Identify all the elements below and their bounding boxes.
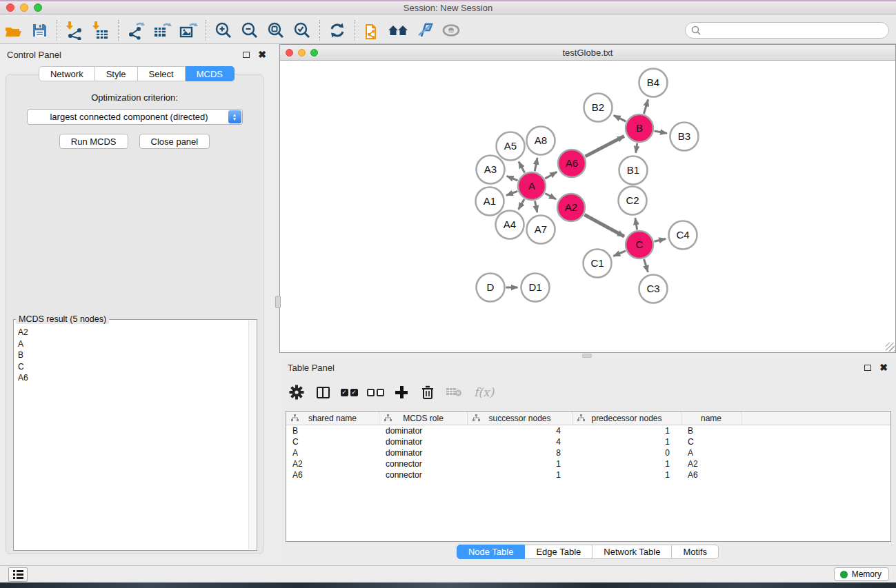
save-session-button[interactable]	[26, 19, 52, 42]
column-header-successor-nodes[interactable]: successor nodes	[468, 412, 573, 425]
table-row[interactable]: Cdominator41C	[286, 436, 890, 447]
graph-edge-A-A3[interactable]	[507, 176, 518, 180]
graph-node-B2[interactable]: B2	[584, 94, 613, 122]
graph-edge-B-B2[interactable]	[614, 115, 626, 121]
run-mcds-button[interactable]: Run MCDS	[59, 134, 128, 149]
table-row[interactable]: Bdominator41B	[286, 425, 890, 436]
search-input[interactable]	[701, 23, 888, 37]
table-row[interactable]: A6connector11A6	[286, 469, 890, 480]
close-table-panel-icon[interactable]: ✖	[879, 363, 888, 372]
add-column-button[interactable]	[388, 381, 415, 404]
table-row[interactable]: Adominator80A	[286, 447, 890, 458]
tab-network[interactable]: Network	[39, 66, 95, 81]
graph-node-A[interactable]: A	[518, 172, 546, 200]
float-table-panel-icon[interactable]	[864, 365, 871, 371]
graph-node-C4[interactable]: C4	[669, 221, 697, 250]
table-row[interactable]: A2connector11A2	[286, 458, 890, 469]
column-header-predecessor-nodes[interactable]: predecessor nodes	[573, 412, 681, 425]
graph-edge-A-A7[interactable]	[535, 201, 537, 212]
zoom-fit-button[interactable]	[263, 19, 289, 42]
open-session-button[interactable]	[0, 19, 26, 42]
tab-edge-table[interactable]: Edge Table	[525, 545, 593, 559]
hide-labels-button[interactable]	[412, 19, 438, 42]
task-history-button[interactable]	[8, 567, 28, 582]
graph-edge-C-C3[interactable]	[644, 259, 648, 272]
graph-node-A7[interactable]: A7	[527, 216, 555, 244]
export-network-button[interactable]	[123, 19, 149, 42]
select-all-button[interactable]: ✓✓	[336, 381, 362, 404]
criterion-dropdown[interactable]: largest connected component (directed) ▲…	[27, 109, 243, 125]
delete-table-button[interactable]	[441, 381, 467, 404]
graph-edge-A-A1[interactable]	[506, 191, 517, 195]
graph-node-A8[interactable]: A8	[527, 127, 555, 155]
mcds-result-item[interactable]: C	[18, 361, 247, 373]
graph-node-A3[interactable]: A3	[477, 156, 505, 184]
mcds-result-item[interactable]: A	[18, 338, 247, 350]
graph-edge-A-A4[interactable]	[519, 199, 524, 210]
graph-node-A4[interactable]: A4	[496, 211, 524, 239]
graph-node-A1[interactable]: A1	[476, 187, 504, 216]
tab-motifs[interactable]: Motifs	[672, 545, 719, 559]
graph-edge-A6-B[interactable]	[586, 136, 624, 156]
graph-edge-A2-C[interactable]	[584, 215, 624, 236]
graph-node-D1[interactable]: D1	[521, 274, 550, 302]
close-panel-button[interactable]: Close panel	[139, 134, 210, 149]
result-list-scrollbar[interactable]	[248, 321, 256, 549]
window-resize-grip[interactable]	[886, 343, 895, 352]
graph-node-C3[interactable]: C3	[639, 275, 668, 303]
mcds-result-item[interactable]: A2	[18, 327, 247, 338]
graph-node-B1[interactable]: B1	[619, 156, 648, 185]
graph-edge-B-B3[interactable]	[655, 131, 667, 133]
graph-edge-C-C1[interactable]	[613, 251, 626, 256]
export-table-button[interactable]	[149, 19, 175, 42]
graph-edge-C-C2[interactable]	[635, 218, 637, 230]
deselect-all-button[interactable]	[362, 381, 388, 404]
split-view-button[interactable]	[310, 381, 336, 404]
tab-mcds[interactable]: MCDS	[186, 66, 235, 81]
graph-node-B3[interactable]: B3	[670, 123, 699, 151]
tab-node-table[interactable]: Node Table	[457, 545, 526, 559]
show-graphics-details-button[interactable]	[438, 19, 464, 42]
import-table-button[interactable]	[88, 19, 114, 42]
function-builder-button[interactable]: f(x)	[474, 385, 494, 399]
zoom-out-button[interactable]	[237, 19, 263, 42]
network-canvas[interactable]: B4B2BB3A5A8A6A3B1AC2A1A2A4A7C4CC1DD1C3	[280, 61, 895, 352]
tab-style[interactable]: Style	[95, 66, 138, 81]
home-button[interactable]	[386, 19, 412, 42]
graph-node-C1[interactable]: C1	[584, 250, 612, 278]
zoom-selected-button[interactable]	[289, 19, 315, 42]
graph-edge-A-A6[interactable]	[545, 172, 557, 179]
graph-edge-A-A8[interactable]	[535, 158, 537, 171]
graph-node-B[interactable]: B	[626, 114, 653, 142]
graph-edge-A-A2[interactable]	[545, 194, 556, 200]
graph-node-C[interactable]: C	[626, 231, 653, 258]
clone-network-button[interactable]	[359, 19, 386, 42]
delete-column-button[interactable]	[415, 381, 441, 404]
memory-button[interactable]: Memory	[834, 567, 889, 581]
column-header-name[interactable]: name	[681, 412, 741, 425]
close-panel-icon[interactable]: ✖	[258, 50, 266, 59]
search-field[interactable]	[685, 22, 889, 39]
vertical-splitter-handle[interactable]	[275, 296, 281, 308]
column-header-mcds-role[interactable]: MCDS role	[379, 412, 468, 425]
export-image-button[interactable]	[175, 19, 201, 42]
float-panel-icon[interactable]	[243, 52, 250, 58]
graph-node-B4[interactable]: B4	[639, 69, 668, 97]
graph-node-A5[interactable]: A5	[497, 132, 525, 161]
graph-node-C2[interactable]: C2	[619, 187, 647, 215]
graph-node-A6[interactable]: A6	[558, 150, 586, 177]
graph-edge-B-B1[interactable]	[636, 143, 637, 153]
mcds-result-item[interactable]: A6	[18, 372, 247, 384]
tab-select[interactable]: Select	[138, 66, 186, 81]
table-settings-button[interactable]	[283, 381, 310, 404]
import-network-button[interactable]	[61, 19, 88, 42]
graph-node-A2[interactable]: A2	[557, 194, 585, 221]
tab-network-table[interactable]: Network Table	[593, 545, 672, 559]
mcds-result-item[interactable]: B	[18, 349, 247, 361]
network-window-titlebar[interactable]: testGlobe.txt	[280, 45, 895, 61]
graph-edge-B-B4[interactable]	[644, 99, 648, 114]
refresh-button[interactable]	[324, 19, 350, 42]
graph-node-D[interactable]: D	[477, 274, 505, 302]
graph-edge-C-C4[interactable]	[654, 239, 666, 242]
column-header-shared-name[interactable]: shared name	[286, 412, 379, 425]
